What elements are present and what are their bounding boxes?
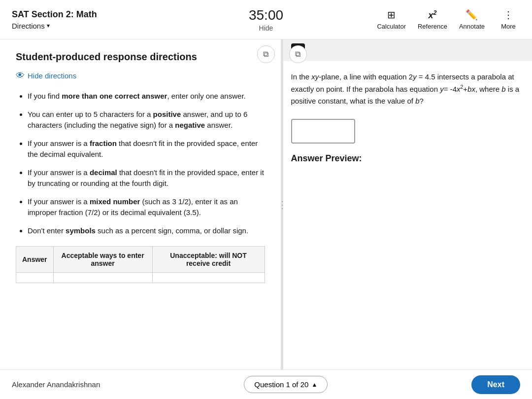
annotate-label: Annotate [459, 23, 485, 30]
more-dots-icon: ⋮ [503, 9, 513, 21]
arrow-up-icon: ▲ [311, 381, 317, 388]
question-header: 1 [283, 39, 532, 61]
hide-directions-label: Hide directions [28, 72, 76, 80]
directions-panel: ⧉ Student-produced response directions 👁… [0, 39, 281, 369]
calculator-button[interactable]: ⊞ Calculator [377, 9, 406, 30]
hide-directions-button[interactable]: 👁 Hide directions [16, 71, 76, 81]
directions-label: Directions [12, 22, 45, 30]
answer-preview-label: Answer Preview: [283, 153, 532, 164]
header-left: SAT Section 2: Math Directions ▾ [12, 9, 377, 30]
reference-label: Reference [418, 23, 447, 30]
table-header-acceptable: Acceptable ways to enter answer [53, 247, 152, 273]
collapse-left-icon: ⧉ [263, 50, 268, 59]
more-label: More [501, 23, 516, 30]
table-header-unacceptable: Unacceptable: will NOT receive credit [152, 247, 265, 273]
answer-input[interactable] [291, 119, 355, 144]
table-row [16, 273, 265, 283]
reference-button[interactable]: x2 Reference [418, 9, 447, 30]
bold-text: positive [153, 110, 181, 118]
timer-display: 35:00 [249, 7, 283, 23]
list-item: If your answer is a fraction that doesn'… [28, 138, 265, 160]
eye-slash-icon: 👁 [16, 71, 25, 81]
hide-label[interactable]: Hide [249, 24, 283, 32]
bold-text: mixed number [90, 197, 140, 206]
list-item: If your answer is a decimal that doesn't… [28, 167, 265, 189]
collapse-left-button[interactable]: ⧉ [257, 45, 275, 63]
question-nav-label: Question 1 of 20 [254, 380, 308, 389]
collapse-right-button[interactable]: ⧉ [289, 45, 307, 63]
list-item: You can enter up to 5 characters for a p… [28, 109, 265, 131]
chevron-down-icon: ▾ [47, 22, 50, 29]
question-text: In the xy-plane, a line with equation 2y… [283, 71, 532, 107]
answer-input-wrapper [283, 119, 532, 144]
calculator-label: Calculator [377, 23, 406, 30]
bold-text: more than one correct answer [62, 92, 167, 100]
bold-text: fraction [90, 139, 117, 147]
directions-title: Student-produced response directions [16, 51, 265, 63]
list-item: If you find more than one correct answer… [28, 91, 265, 102]
question-nav-button[interactable]: Question 1 of 20 ▲ [244, 376, 328, 393]
bold-text: negative [175, 121, 205, 129]
header: SAT Section 2: Math Directions ▾ 35:00 H… [0, 0, 532, 39]
answer-table: Answer Acceptable ways to enter answer U… [16, 246, 265, 283]
timer-section: 35:00 Hide [249, 7, 283, 32]
directions-button[interactable]: Directions ▾ [12, 22, 50, 30]
more-button[interactable]: ⋮ More [497, 9, 520, 30]
footer: Alexander Anandakrishnan Question 1 of 2… [0, 369, 532, 399]
collapse-right-icon: ⧉ [295, 50, 300, 59]
next-button[interactable]: Next [471, 375, 520, 394]
exam-title: SAT Section 2: Math [12, 9, 377, 20]
calculator-icon: ⊞ [387, 9, 396, 21]
bold-text: decimal [90, 168, 117, 177]
bold-text: symbols [66, 226, 96, 235]
question-panel: ⧉ 1 In the xy-plane, a line with equatio… [283, 39, 532, 369]
list-item: Don't enter symbols such as a percent si… [28, 225, 265, 237]
list-item: If your answer is a mixed number (such a… [28, 196, 265, 218]
directions-list: If you find more than one correct answer… [16, 91, 265, 236]
student-name: Alexander Anandakrishnan [12, 380, 100, 389]
main-content: ⧉ Student-produced response directions 👁… [0, 39, 532, 369]
toolbar: ⊞ Calculator x2 Reference ✏️ Annotate ⋮ … [377, 9, 520, 30]
pencil-icon: ✏️ [466, 9, 478, 21]
table-header-answer: Answer [16, 247, 54, 273]
formula-icon: x2 [428, 9, 436, 21]
annotate-button[interactable]: ✏️ Annotate [459, 9, 485, 30]
